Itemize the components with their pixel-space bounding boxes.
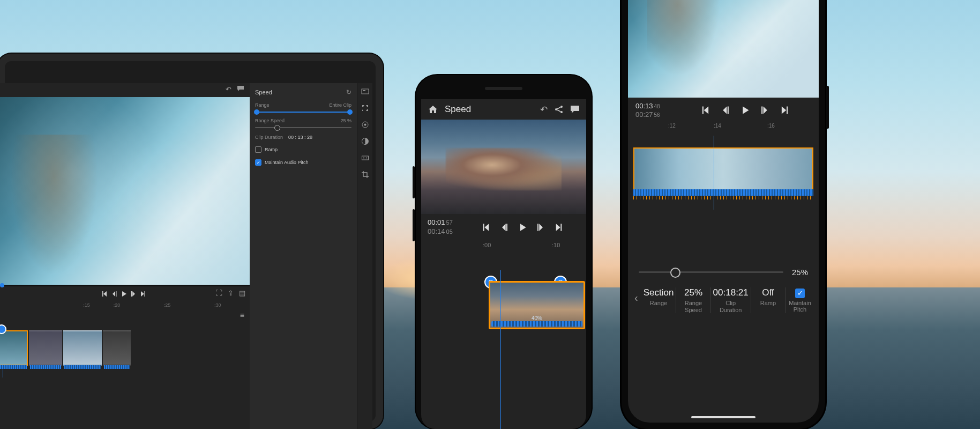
timeline-ruler: :12 :14 :16	[628, 123, 819, 131]
range-label: Range	[255, 102, 270, 108]
comment-icon[interactable]	[570, 105, 580, 114]
maintain-pitch-checkbox[interactable]: ✓	[255, 159, 261, 166]
skip-start-icon[interactable]	[701, 106, 710, 115]
speed-tool-icon[interactable]	[361, 154, 369, 162]
step-back-icon[interactable]	[721, 106, 730, 115]
step-fwd-icon[interactable]	[536, 223, 545, 232]
transform-icon[interactable]	[361, 104, 369, 112]
video-preview	[0, 97, 250, 285]
param-range-speed[interactable]: 25% Range Speed	[676, 287, 710, 313]
time-current: 00:01	[428, 218, 445, 226]
color-icon[interactable]	[361, 137, 369, 145]
svg-point-9	[555, 108, 557, 110]
step-back-icon[interactable]	[500, 223, 508, 232]
tool-sidebar	[357, 83, 372, 429]
phone-a-device: Speed ↶ 00:0157 00:1405	[416, 75, 592, 429]
video-preview	[421, 120, 586, 214]
reset-icon[interactable]: ↺	[346, 88, 351, 96]
play-icon[interactable]	[740, 106, 750, 115]
timeline-clip[interactable]	[103, 330, 131, 366]
skip-start-icon[interactable]	[101, 291, 108, 297]
range-speed-value: 25 %	[340, 118, 351, 123]
range-speed-label: Range Speed	[255, 118, 285, 123]
screen-title: Speed	[445, 104, 534, 115]
maintain-pitch-label: Maintain Audio Pitch	[265, 160, 309, 165]
share-icon[interactable]	[554, 105, 564, 114]
svg-point-10	[560, 111, 563, 113]
clip-duration-label: Clip Duration	[255, 135, 283, 140]
timeline-ruler: :00 :10	[421, 242, 586, 252]
phone-b-device: 00:1348 00:2756 :12 :14 :16	[622, 0, 825, 429]
svg-point-3	[364, 124, 366, 126]
param-range[interactable]: Section Range	[641, 287, 676, 313]
audio-icon[interactable]	[361, 121, 369, 129]
range-slider[interactable]	[255, 112, 351, 113]
comment-icon[interactable]	[237, 85, 244, 97]
play-icon[interactable]	[518, 223, 527, 232]
range-speed-slider[interactable]	[255, 127, 351, 128]
undo-icon[interactable]: ↶	[226, 85, 231, 97]
svg-rect-0	[362, 89, 369, 94]
export-icon[interactable]: ⇪	[228, 289, 234, 297]
clip-audio-track	[633, 189, 813, 196]
timeline[interactable]	[628, 144, 819, 198]
svg-point-8	[560, 106, 563, 108]
speed-slider-value: 25%	[792, 268, 808, 277]
crop-icon[interactable]	[361, 171, 369, 179]
timeline-clip[interactable]	[633, 147, 813, 190]
undo-icon[interactable]: ↶	[540, 104, 548, 115]
step-fwd-icon[interactable]	[760, 106, 769, 115]
svg-rect-5	[362, 156, 368, 160]
param-clip-duration[interactable]: 00:18:21 Clip Duration	[710, 287, 751, 313]
step-fwd-icon[interactable]	[130, 291, 137, 297]
ramp-checkbox[interactable]	[255, 146, 261, 153]
tablet-device: ↶ ⛶ ⇪ ▤	[0, 54, 383, 429]
maintain-pitch-label: Maintain Pitch	[786, 300, 814, 313]
home-icon[interactable]	[428, 104, 438, 115]
timeline-clip[interactable]: 40%	[489, 281, 585, 329]
tablet-screen: ↶ ⛶ ⇪ ▤	[0, 83, 372, 429]
playhead[interactable]	[714, 136, 714, 210]
playhead[interactable]	[500, 270, 501, 429]
param-ramp[interactable]: Off Ramp	[751, 287, 785, 313]
home-indicator[interactable]	[691, 416, 755, 418]
skip-end-icon[interactable]	[555, 223, 563, 232]
video-preview	[628, 0, 819, 98]
range-value: Entire Clip	[329, 102, 351, 108]
skip-start-icon[interactable]	[482, 223, 490, 232]
time-total: 00:14	[428, 227, 445, 235]
clip-duration-value: 00 : 13 : 28	[288, 135, 312, 140]
panel-title: Speed	[255, 89, 272, 95]
svg-rect-1	[363, 90, 365, 91]
add-title-icon[interactable]	[361, 87, 369, 95]
timeline-clip[interactable]	[29, 330, 62, 366]
maintain-pitch-checkbox[interactable]: ✓	[795, 289, 805, 298]
speed-panel: Speed ↺ Range Entire Clip Range Speed 25…	[250, 83, 357, 429]
fullscreen-icon[interactable]: ⛶	[215, 289, 222, 297]
step-back-icon[interactable]	[111, 291, 117, 297]
skip-end-icon[interactable]	[140, 291, 146, 297]
timeline-clip[interactable]	[63, 330, 102, 366]
skip-end-icon[interactable]	[780, 106, 789, 115]
grid-icon[interactable]: ▤	[239, 289, 245, 297]
timeline-clip[interactable]	[0, 330, 28, 366]
back-icon[interactable]: ‹	[632, 287, 641, 304]
time-total: 00:27	[635, 110, 653, 119]
svg-point-6	[363, 158, 364, 159]
time-current: 00:13	[635, 102, 653, 110]
timeline[interactable]	[0, 324, 250, 378]
speed-slider[interactable]	[639, 271, 783, 273]
ramp-label: Ramp	[265, 147, 278, 152]
more-icon[interactable]: ≡	[0, 311, 250, 320]
clip-speed-label: 40%	[532, 315, 542, 321]
timeline[interactable]: 40%	[421, 270, 586, 335]
timeline-ruler: :15 :20 :25 :30	[0, 301, 250, 311]
svg-point-7	[366, 158, 367, 159]
play-icon[interactable]	[121, 291, 127, 297]
